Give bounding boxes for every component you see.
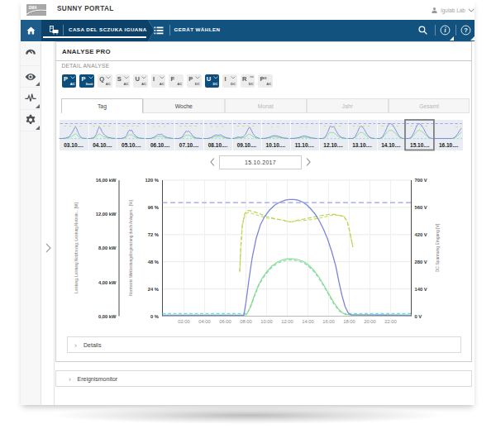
svg-text:280 V: 280 V xyxy=(415,260,427,265)
svg-text:72 %: 72 % xyxy=(148,232,159,237)
svg-text:DC Spannung Eingang [V]: DC Spannung Eingang [V] xyxy=(435,223,440,272)
svg-text:0 %: 0 % xyxy=(150,314,159,319)
svg-text:0,00 kW: 0,00 kW xyxy=(98,314,117,319)
svg-text:09.10....: 09.10.... xyxy=(237,142,257,148)
svg-text:4,00 kW: 4,00 kW xyxy=(98,280,117,285)
svg-text:03.10....: 03.10.... xyxy=(64,142,83,148)
svg-text:02:00: 02:00 xyxy=(178,319,190,324)
svg-text:0 V: 0 V xyxy=(415,314,422,319)
svg-text:14.10....: 14.10.... xyxy=(381,142,401,148)
svg-text:12,00 kW: 12,00 kW xyxy=(96,212,117,217)
svg-text:700 V: 700 V xyxy=(415,178,427,183)
svg-text:12:00: 12:00 xyxy=(281,319,293,324)
svg-text:560 V: 560 V xyxy=(415,205,427,210)
svg-text:10.10....: 10.10.... xyxy=(266,142,286,148)
svg-text:16.10....: 16.10.... xyxy=(439,142,459,148)
svg-text:SMA: SMA xyxy=(29,6,37,10)
svg-text:Normierte Wirkleistungsbegrenz: Normierte Wirkleistungsbegrenzung durch … xyxy=(129,200,133,295)
svg-text:?: ? xyxy=(464,26,468,34)
svg-text:13.10....: 13.10.... xyxy=(352,142,372,148)
svg-text:18:00: 18:00 xyxy=(343,319,355,324)
svg-text:16:00: 16:00 xyxy=(322,319,335,324)
svg-text:08.10....: 08.10.... xyxy=(208,142,228,148)
svg-text:16,00 kW: 16,00 kW xyxy=(96,178,117,183)
svg-text:140 V: 140 V xyxy=(415,287,427,292)
svg-text:12.10....: 12.10.... xyxy=(323,142,343,148)
svg-text:120 %: 120 % xyxy=(145,178,159,183)
svg-text:07.10....: 07.10.... xyxy=(179,142,199,148)
svg-text:11.10....: 11.10.... xyxy=(295,142,314,148)
svg-text:20:00: 20:00 xyxy=(364,319,376,324)
svg-text:8,00 kW: 8,00 kW xyxy=(98,245,117,250)
svg-text:04:00: 04:00 xyxy=(198,319,211,324)
svg-text:420 V: 420 V xyxy=(415,232,427,237)
svg-text:22:00: 22:00 xyxy=(384,319,397,324)
svg-text:48 %: 48 % xyxy=(148,260,159,265)
svg-text:14:00: 14:00 xyxy=(302,319,314,324)
svg-text:05.10....: 05.10.... xyxy=(122,142,141,148)
svg-text:06.10....: 06.10.... xyxy=(150,142,170,148)
svg-text:15.10....: 15.10.... xyxy=(410,142,430,148)
svg-text:96 %: 96 % xyxy=(148,205,159,210)
svg-text:24 %: 24 % xyxy=(148,287,159,292)
svg-text:08:00: 08:00 xyxy=(240,319,252,324)
svg-text:i: i xyxy=(444,26,446,34)
svg-text:10:00: 10:00 xyxy=(260,319,273,324)
svg-text:Leistung, Leistung Netzbezug,: Leistung, Leistung Netzbezug, Leistung N… xyxy=(74,203,79,293)
svg-text:04.10....: 04.10.... xyxy=(93,142,112,148)
svg-text:06:00: 06:00 xyxy=(219,319,231,324)
